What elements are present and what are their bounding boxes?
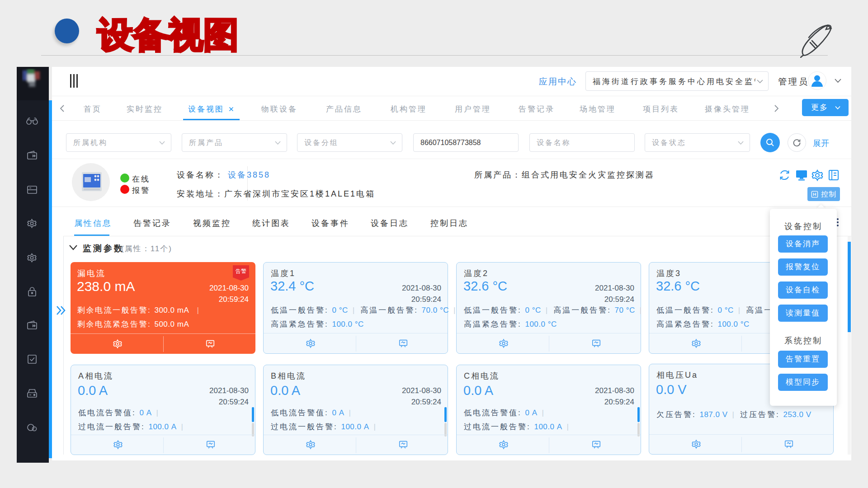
svg-text:告警: 告警 xyxy=(236,268,246,274)
